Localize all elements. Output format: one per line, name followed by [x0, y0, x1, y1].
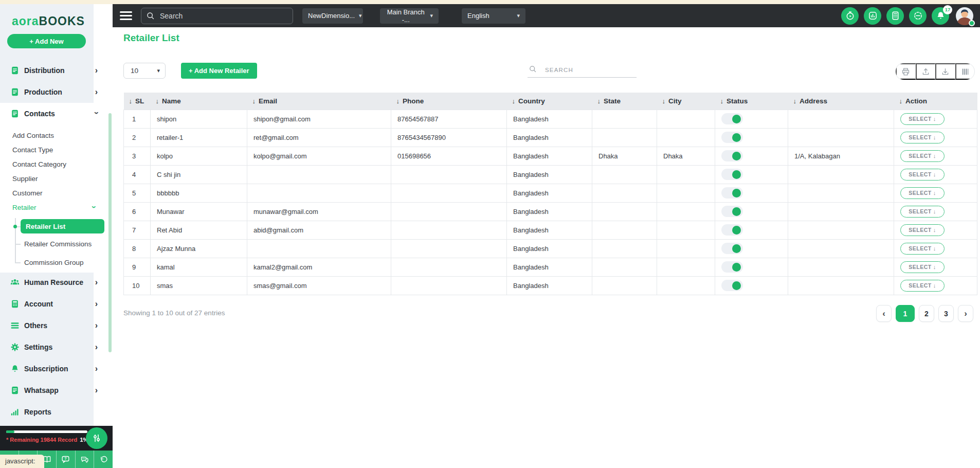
sidebar-scrollbar-thumb[interactable]: [108, 113, 112, 352]
topbar-dropdown-main-branch[interactable]: Main Branch -...▾: [380, 8, 439, 24]
topbar-scan-button[interactable]: [909, 7, 927, 25]
export-button[interactable]: [916, 63, 936, 80]
column-header-phone[interactable]: ↓Phone: [391, 93, 507, 110]
column-header-country[interactable]: ↓Country: [507, 93, 592, 110]
sidebar-item-account[interactable]: Account›: [0, 293, 113, 315]
row-select-button[interactable]: SELECT↓: [900, 169, 945, 181]
table-row: 1shiponshipon@gmail.com87654567887Bangla…: [124, 110, 977, 128]
sidebar-item-reports[interactable]: Reports: [0, 401, 113, 423]
cell-status: [715, 110, 788, 128]
status-toggle[interactable]: [721, 187, 743, 199]
column-header-name[interactable]: ↓Name: [151, 93, 247, 110]
cell-city: [657, 165, 715, 184]
bottom-bar-chat-button[interactable]: [76, 451, 95, 468]
cell-state: [592, 276, 657, 295]
status-toggle[interactable]: [721, 224, 743, 236]
table-search-input[interactable]: [528, 62, 637, 77]
row-select-button[interactable]: SELECT↓: [900, 261, 945, 273]
column-header-email[interactable]: ↓Email: [247, 93, 391, 110]
cell-action: SELECT↓: [894, 128, 977, 147]
page-button-1[interactable]: 1: [896, 305, 915, 322]
page-size-select[interactable]: 10 ▾: [123, 63, 166, 79]
sidebar-item-supplier[interactable]: Supplier: [0, 172, 113, 186]
sidebar-item-commission-group[interactable]: Commission Group: [0, 253, 113, 272]
status-toggle[interactable]: [721, 150, 743, 161]
status-toggle[interactable]: [721, 113, 743, 124]
row-select-button[interactable]: SELECT↓: [900, 224, 945, 236]
sidebar-item-retailer-commissions[interactable]: Retailer Commissions: [0, 235, 113, 253]
toggle-knob: [732, 170, 741, 179]
table-search: [528, 62, 637, 78]
column-header-status[interactable]: ↓Status: [715, 93, 788, 110]
sidebar-item-contact-category[interactable]: Contact Category: [0, 157, 113, 172]
topbar-chart-button[interactable]: [864, 7, 881, 25]
sidebar-item-whatsapp[interactable]: Whatsapp›: [0, 380, 113, 401]
cell-email: [247, 165, 391, 184]
app-logo[interactable]: aoraBOOKS: [12, 14, 85, 28]
cell-name: shipon: [151, 110, 247, 128]
bottom-bar-help-button[interactable]: ?: [57, 451, 76, 468]
sidebar-item-retailer[interactable]: Retailer›: [0, 201, 113, 215]
sort-descending-icon: ↓: [662, 97, 666, 105]
column-header-state[interactable]: ↓State: [592, 93, 657, 110]
sidebar-item-distribution[interactable]: Distribution›: [0, 60, 113, 81]
row-select-button[interactable]: SELECT↓: [900, 150, 945, 162]
calc-green-icon: [10, 299, 20, 309]
topbar-dropdown-english[interactable]: English▾: [462, 8, 525, 24]
row-select-button[interactable]: SELECT↓: [900, 243, 945, 255]
status-toggle[interactable]: [721, 261, 743, 273]
row-select-button[interactable]: SELECT↓: [900, 132, 945, 143]
sidebar-item-contact-type[interactable]: Contact Type: [0, 143, 113, 157]
sidebar-item-production[interactable]: Production›: [0, 81, 113, 103]
status-toggle[interactable]: [721, 280, 743, 291]
cell-email: shipon@gmail.com: [247, 110, 391, 128]
page-button-3[interactable]: 3: [938, 305, 954, 322]
prev-page-button[interactable]: ‹: [876, 305, 892, 322]
next-page-button[interactable]: ›: [958, 305, 973, 322]
columns-button[interactable]: [955, 63, 975, 80]
row-select-button[interactable]: SELECT↓: [900, 280, 945, 292]
sidebar-item-settings[interactable]: Settings›: [0, 336, 113, 358]
topbar-calculator-button[interactable]: [886, 7, 904, 25]
row-select-button[interactable]: SELECT↓: [900, 187, 945, 199]
menu-toggle-button[interactable]: [120, 11, 132, 20]
sidebar-item-others[interactable]: Others›: [0, 315, 113, 336]
topbar-dropdown-newdimensio[interactable]: NewDimensio...▾: [302, 8, 363, 24]
cell-name: Ret Abid: [151, 221, 247, 239]
arrow-down-icon: ↓: [933, 245, 936, 251]
status-toggle[interactable]: [721, 243, 743, 254]
sidebar-item-customer[interactable]: Customer: [0, 186, 113, 201]
user-avatar[interactable]: [955, 7, 974, 25]
chevron-right-icon: ›: [95, 365, 98, 373]
add-new-button[interactable]: + Add New: [7, 34, 86, 48]
bottom-bar-undo-button[interactable]: [94, 451, 113, 468]
cell-sl: 1: [124, 110, 151, 128]
column-header-city[interactable]: ↓City: [657, 93, 715, 110]
page-button-2[interactable]: 2: [919, 305, 934, 322]
topbar-bell-button[interactable]: 17: [932, 7, 949, 25]
printer-button[interactable]: [896, 63, 916, 80]
global-search-input[interactable]: [141, 8, 293, 24]
preferences-button[interactable]: [86, 427, 107, 449]
column-header-action[interactable]: ↓Action: [894, 93, 977, 110]
topbar-right-icons: 17: [836, 7, 974, 25]
cell-state: [592, 184, 657, 202]
cell-action: SELECT↓: [894, 276, 977, 295]
sidebar-item-retailer-list[interactable]: Retailer List: [0, 218, 113, 235]
sidebar-item-contacts[interactable]: Contacts›: [0, 103, 113, 124]
sidebar-item-add-contacts[interactable]: Add Contacts: [0, 129, 113, 143]
column-header-address[interactable]: ↓Address: [788, 93, 894, 110]
row-select-button[interactable]: SELECT↓: [900, 206, 945, 218]
sidebar-item-subscription[interactable]: Subscription›: [0, 358, 113, 380]
add-new-retailer-button[interactable]: + Add New Retailer: [181, 63, 257, 79]
download-button[interactable]: [935, 63, 955, 80]
status-toggle[interactable]: [721, 206, 743, 217]
row-select-button[interactable]: SELECT↓: [900, 113, 945, 125]
column-header-sl[interactable]: ↓SL: [124, 93, 151, 110]
topbar-timer-button[interactable]: [841, 7, 859, 25]
chevron-right-icon: ›: [95, 88, 98, 96]
sidebar-item-retailer-list-active[interactable]: Retailer List: [21, 219, 104, 233]
status-toggle[interactable]: [721, 132, 743, 143]
sidebar-item-human-resource[interactable]: Human Resource›: [0, 272, 113, 293]
status-toggle[interactable]: [721, 169, 743, 180]
